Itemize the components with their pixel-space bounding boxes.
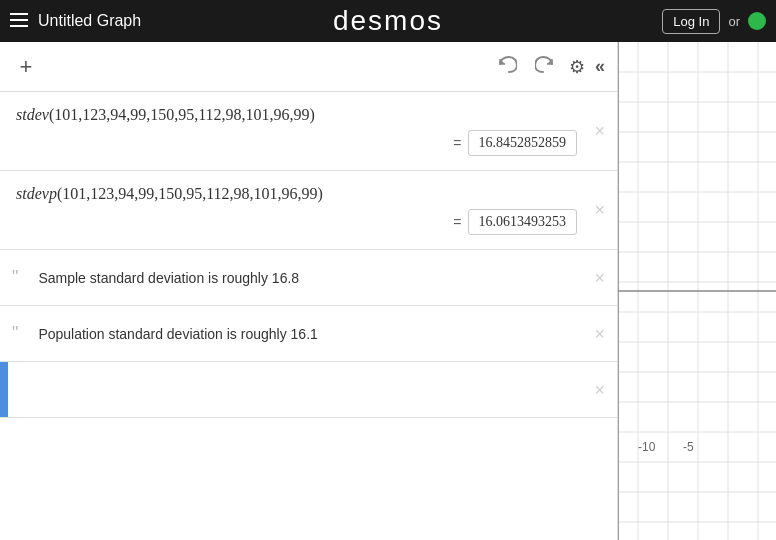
or-text: or: [728, 14, 740, 29]
note-text-2[interactable]: Population standard deviation is roughly…: [30, 310, 577, 358]
close-empty-row[interactable]: ×: [594, 381, 605, 399]
result-value-1: 16.8452852859: [468, 130, 578, 156]
close-note-2[interactable]: ×: [594, 325, 605, 343]
note-row-1: " Sample standard deviation is roughly 1…: [0, 250, 617, 306]
formula-2[interactable]: stdevp(101,123,94,99,150,95,112,98,101,9…: [16, 185, 577, 203]
desmos-logo: desmos: [333, 5, 443, 37]
equals-sign-2: =: [453, 214, 461, 230]
quote-icon-2: ": [0, 323, 30, 344]
result-2: = 16.0613493253: [16, 209, 577, 235]
hamburger-menu-icon[interactable]: [10, 11, 28, 32]
expression-list: stdev(101,123,94,99,150,95,112,98,101,96…: [0, 92, 617, 540]
axis-label-neg5: -5: [683, 440, 694, 454]
note-text-1[interactable]: Sample standard deviation is roughly 16.…: [30, 254, 577, 302]
equals-sign-1: =: [453, 135, 461, 151]
close-expression-2[interactable]: ×: [594, 201, 605, 219]
topbar-actions: Log In or: [662, 9, 766, 34]
expression-panel: + ⚙ «: [0, 42, 618, 540]
topbar: Untitled Graph desmos Log In or: [0, 0, 776, 42]
close-expression-1[interactable]: ×: [594, 122, 605, 140]
close-note-1[interactable]: ×: [594, 269, 605, 287]
formula-1[interactable]: stdev(101,123,94,99,150,95,112,98,101,96…: [16, 106, 577, 124]
note-row-2: " Population standard deviation is rough…: [0, 306, 617, 362]
expression-row-1: stdev(101,123,94,99,150,95,112,98,101,96…: [0, 92, 617, 171]
axis-label-neg10: -10: [638, 440, 655, 454]
login-button[interactable]: Log In: [662, 9, 720, 34]
result-1: = 16.8452852859: [16, 130, 577, 156]
graph-panel[interactable]: -10 -5: [618, 42, 776, 540]
result-value-2: 16.0613493253: [468, 209, 578, 235]
add-expression-button[interactable]: +: [12, 53, 40, 81]
collapse-panel-button[interactable]: «: [595, 56, 605, 77]
toolbar-right: ⚙ «: [493, 53, 605, 80]
settings-icon[interactable]: ⚙: [569, 56, 585, 78]
empty-expression-row[interactable]: ×: [0, 362, 617, 418]
undo-button[interactable]: [493, 53, 521, 80]
grid-svg: [618, 42, 776, 540]
quote-icon-1: ": [0, 267, 30, 288]
expression-row-2: stdevp(101,123,94,99,150,95,112,98,101,9…: [0, 171, 617, 250]
main-area: + ⚙ «: [0, 42, 776, 540]
svg-rect-0: [10, 13, 28, 15]
svg-rect-2: [10, 25, 28, 27]
redo-button[interactable]: [531, 53, 559, 80]
green-dot-icon: [748, 12, 766, 30]
svg-rect-1: [10, 19, 28, 21]
expression-toolbar: + ⚙ «: [0, 42, 617, 92]
graph-canvas[interactable]: -10 -5: [618, 42, 776, 540]
empty-expression-input[interactable]: [8, 362, 617, 417]
expression-accent-bar: [0, 362, 8, 417]
toolbar-left: +: [12, 53, 40, 81]
